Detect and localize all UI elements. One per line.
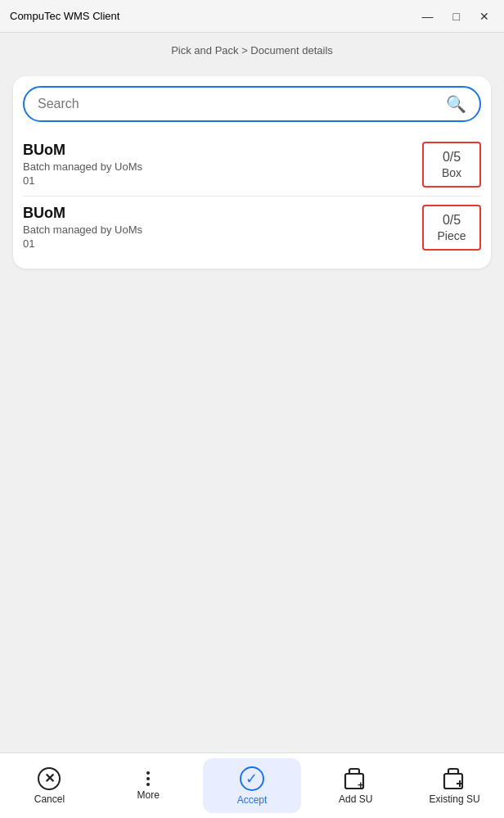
quantity-unit: Box: [442, 166, 461, 179]
existing-su-label: Existing SU: [430, 793, 480, 805]
add-su-label: Add SU: [339, 793, 372, 805]
quantity-value: 0/5: [443, 213, 461, 228]
svg-text:+: +: [358, 779, 364, 790]
title-bar: CompuTec WMS Client — □ ✕: [0, 0, 504, 33]
breadcrumb: Pick and Pack > Document details: [0, 33, 504, 65]
add-su-icon: +: [344, 767, 368, 790]
quantity-value: 0/5: [443, 150, 461, 165]
cancel-icon: ✕: [38, 767, 61, 790]
main-content: 🔍 BUoM Batch managed by UoMs 01 0/5 Box …: [0, 65, 504, 752]
item-name: BUoM: [23, 142, 416, 159]
dot: [146, 771, 150, 775]
item-description: Batch managed by UoMs: [23, 224, 416, 236]
quantity-unit: Piece: [437, 229, 466, 242]
accept-button[interactable]: ✓ Accept: [203, 758, 302, 813]
add-su-button[interactable]: + Add SU: [306, 753, 405, 818]
more-label: More: [137, 789, 160, 801]
existing-su-icon: [443, 767, 467, 790]
accept-icon: ✓: [240, 766, 264, 791]
cancel-label: Cancel: [34, 793, 65, 805]
app-title: CompuTec WMS Client: [10, 10, 119, 22]
search-container[interactable]: 🔍: [23, 86, 481, 122]
more-icon: [146, 771, 150, 786]
window-controls: — □ ✕: [417, 8, 494, 25]
cancel-button[interactable]: ✕ Cancel: [0, 753, 99, 818]
close-button[interactable]: ✕: [475, 8, 494, 25]
item-name: BUoM: [23, 205, 416, 222]
maximize-button[interactable]: □: [448, 8, 465, 25]
accept-label: Accept: [237, 794, 268, 806]
search-icon[interactable]: 🔍: [446, 94, 466, 114]
item-quantity[interactable]: 0/5 Box: [422, 142, 481, 188]
existing-su-button[interactable]: Existing SU: [405, 753, 504, 818]
search-input[interactable]: [38, 97, 446, 111]
item-code: 01: [23, 174, 416, 187]
dot: [146, 777, 150, 780]
item-code: 01: [23, 237, 416, 250]
list-item: BUoM Batch managed by UoMs 01 0/5 Box: [23, 133, 481, 197]
item-quantity[interactable]: 0/5 Piece: [422, 205, 481, 251]
minimize-button[interactable]: —: [417, 8, 439, 25]
item-info: BUoM Batch managed by UoMs 01: [23, 205, 422, 251]
dot: [146, 783, 150, 786]
bottom-nav: ✕ Cancel More ✓ Accept + Add SU Exist: [0, 752, 504, 818]
more-button[interactable]: More: [99, 753, 198, 818]
list-item: BUoM Batch managed by UoMs 01 0/5 Piece: [23, 197, 481, 259]
item-description: Batch managed by UoMs: [23, 160, 416, 173]
breadcrumb-text: Pick and Pack > Document details: [171, 44, 333, 56]
document-details-card: 🔍 BUoM Batch managed by UoMs 01 0/5 Box …: [13, 76, 491, 269]
item-info: BUoM Batch managed by UoMs 01: [23, 142, 422, 188]
